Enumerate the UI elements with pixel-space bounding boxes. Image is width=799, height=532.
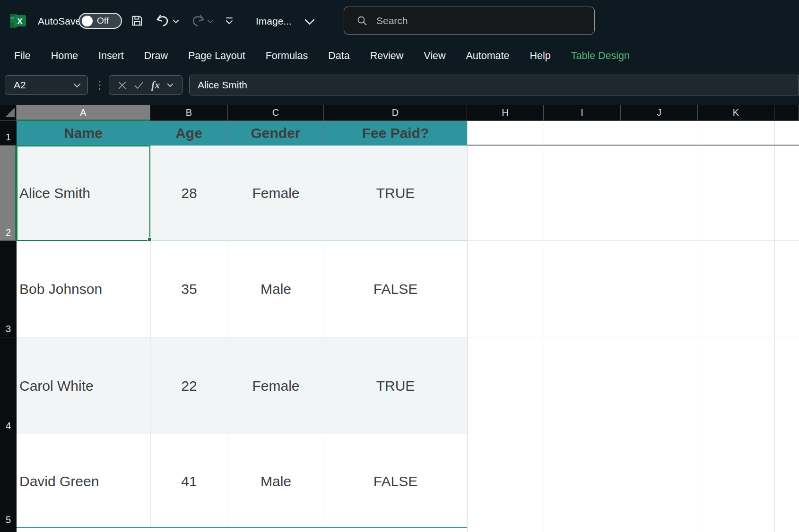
gridline — [467, 434, 799, 434]
formula-input-field[interactable] — [189, 75, 799, 95]
cell-C5[interactable]: Male — [228, 434, 324, 528]
column-header-J[interactable]: J — [621, 105, 698, 121]
column-header-D[interactable]: D — [324, 105, 467, 121]
name-box-value: A2 — [14, 79, 26, 91]
column-header-H[interactable]: H — [467, 105, 544, 121]
tab-help[interactable]: Help — [530, 50, 551, 62]
cell-A3[interactable]: Bob Johnson — [17, 241, 150, 337]
customize-toolbar-icon[interactable] — [224, 16, 235, 26]
gridline — [467, 528, 799, 528]
column-header-C[interactable]: C — [228, 105, 324, 121]
row-header-5[interactable]: 5 — [0, 434, 17, 528]
cell-B3[interactable]: 35 — [150, 241, 228, 337]
row-header-3[interactable]: 3 — [0, 241, 17, 337]
gridline — [467, 121, 468, 532]
autosave-label: AutoSave — [38, 16, 81, 27]
spreadsheet-grid: A B C D H I J K 1 2 3 4 5 — [0, 105, 799, 532]
formula-input[interactable] — [198, 79, 765, 91]
formula-action-group: fx — [109, 75, 182, 95]
cell-C3[interactable]: Male — [228, 241, 324, 337]
redo-dropdown-chevron-icon — [207, 19, 214, 24]
name-box-chevron-icon[interactable] — [73, 83, 81, 88]
cell-C4[interactable]: Female — [228, 337, 324, 434]
tab-formulas[interactable]: Formulas — [266, 50, 308, 62]
cell-D1[interactable]: Fee Paid? — [324, 121, 467, 146]
gridline — [774, 121, 775, 532]
column-header-K[interactable]: K — [698, 105, 774, 121]
undo-dropdown-chevron-icon[interactable] — [173, 19, 179, 24]
column-header-I[interactable]: I — [544, 105, 621, 121]
select-all-corner[interactable] — [0, 105, 17, 121]
gridline — [698, 121, 698, 532]
cell-A1[interactable]: Name — [17, 121, 150, 146]
formula-bar: A2 ⋮ fx — [0, 70, 799, 101]
excel-window: X AutoSave Off Image — [0, 0, 799, 532]
file-name-chevron-icon[interactable] — [304, 18, 315, 26]
row-header-4[interactable]: 4 — [0, 337, 17, 434]
column-header-partial[interactable] — [774, 105, 799, 121]
tab-table-design[interactable]: Table Design — [571, 50, 630, 62]
title-bar: X AutoSave Off Image — [0, 0, 799, 42]
enter-check-icon[interactable] — [134, 81, 144, 89]
gridline — [467, 240, 799, 241]
insert-function-icon[interactable]: fx — [151, 79, 160, 91]
row-header-partial[interactable] — [0, 528, 17, 532]
select-all-triangle-icon — [5, 108, 15, 117]
tab-automate[interactable]: Automate — [466, 50, 509, 62]
pane-divider-line — [467, 145, 799, 146]
ribbon-tab-bar: File Home Insert Draw Page Layout Formul… — [0, 42, 799, 70]
cell-A4[interactable]: Carol White — [17, 337, 150, 434]
tab-page-layout[interactable]: Page Layout — [188, 50, 245, 62]
cell-B2[interactable]: 28 — [150, 146, 228, 241]
cell-D3[interactable]: FALSE — [324, 241, 467, 337]
search-icon — [356, 15, 368, 26]
cancel-icon[interactable] — [118, 81, 127, 90]
cell-C2[interactable]: Female — [228, 146, 324, 241]
selection-fill-handle[interactable] — [148, 237, 152, 241]
tab-review[interactable]: Review — [370, 50, 404, 62]
cell-D5[interactable]: FALSE — [324, 434, 467, 528]
tab-view[interactable]: View — [424, 50, 445, 62]
file-name[interactable]: Image... — [256, 16, 292, 27]
cell-B4[interactable]: 22 — [150, 337, 228, 434]
tab-insert[interactable]: Insert — [98, 50, 124, 62]
excel-logo-icon: X — [9, 12, 26, 29]
toggle-knob — [82, 16, 93, 26]
tab-data[interactable]: Data — [328, 50, 349, 62]
cell-D2[interactable]: TRUE — [324, 146, 467, 241]
fx-chevron-icon[interactable] — [167, 83, 174, 87]
column-header-A[interactable]: A — [17, 105, 150, 121]
row-header-2[interactable]: 2 — [0, 146, 17, 241]
row-header-1[interactable]: 1 — [0, 121, 17, 146]
autosave-toggle[interactable]: Off — [78, 13, 122, 29]
tab-file[interactable]: File — [14, 50, 31, 62]
cell-C1[interactable]: Gender — [228, 121, 324, 146]
gridline — [544, 121, 544, 532]
column-header-B[interactable]: B — [150, 105, 228, 121]
gridline — [621, 121, 621, 532]
cell-A5[interactable]: David Green — [17, 434, 150, 528]
save-icon[interactable] — [130, 14, 144, 27]
tab-draw[interactable]: Draw — [144, 50, 168, 62]
search-box[interactable] — [344, 7, 595, 34]
gridline — [467, 337, 799, 337]
svg-text:X: X — [17, 17, 23, 26]
formula-bar-grip[interactable]: ⋮ — [96, 76, 103, 94]
search-input[interactable] — [376, 15, 575, 26]
redo-icon — [190, 13, 206, 29]
cell-B1[interactable]: Age — [150, 121, 228, 146]
tab-home[interactable]: Home — [51, 50, 78, 62]
undo-icon[interactable] — [155, 13, 171, 29]
cell-B5[interactable]: 41 — [150, 434, 228, 528]
cell-A2[interactable]: Alice Smith — [17, 146, 150, 241]
autosave-state: Off — [97, 16, 109, 26]
name-box[interactable]: A2 — [5, 75, 88, 95]
cell-D4[interactable]: TRUE — [324, 337, 467, 434]
